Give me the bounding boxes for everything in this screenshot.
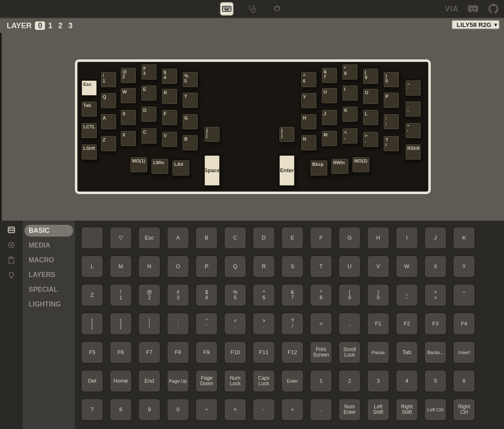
keycode-button[interactable]: F12: [281, 341, 304, 364]
preview-key[interactable]: }]: [279, 126, 295, 143]
keycode-button[interactable]: M: [109, 255, 132, 278]
keycode-button[interactable]: P: [195, 255, 218, 278]
keycode-button[interactable]: ?/: [281, 312, 304, 335]
keycode-button[interactable]: F1: [367, 312, 390, 335]
preview-key[interactable]: #3: [141, 64, 157, 80]
keycode-button[interactable]: PageDown: [195, 370, 218, 392]
preview-key[interactable]: Esc: [81, 80, 98, 96]
layer-button-3[interactable]: 3: [65, 21, 75, 30]
keycode-button[interactable]: Enter: [281, 370, 304, 392]
preview-key[interactable]: H: [300, 113, 317, 130]
preview-key[interactable]: I: [342, 85, 358, 101]
keycode-button[interactable]: 6: [453, 370, 475, 392]
keycode-button[interactable]: 3: [367, 370, 390, 392]
keycode-button[interactable]: Backs...: [424, 341, 447, 364]
keycode-button[interactable]: PrintScreen: [310, 341, 332, 364]
preview-key[interactable]: E: [141, 85, 157, 101]
category-special[interactable]: SPECIAL: [24, 284, 73, 296]
keycode-button[interactable]: <,: [224, 312, 247, 335]
keycode-button[interactable]: ▽: [109, 226, 132, 249]
keycode-button[interactable]: +=: [424, 284, 447, 306]
keycode-button[interactable]: End: [138, 370, 161, 392]
keycode-button[interactable]: Page Up: [167, 370, 189, 392]
keycode-button[interactable]: !1: [109, 284, 132, 306]
keycode-button[interactable]: K: [453, 226, 475, 249]
configure-tab[interactable]: [220, 2, 233, 16]
preview-key[interactable]: &7: [321, 67, 338, 84]
preview-key[interactable]: T: [182, 92, 199, 109]
keycode-button[interactable]: ,: [338, 312, 361, 335]
keycode-button[interactable]: CapsLock: [252, 370, 275, 392]
keycode-button[interactable]: Insert: [453, 341, 475, 364]
keycode-button[interactable]: F6: [109, 341, 132, 364]
keymap-icon[interactable]: [7, 226, 16, 234]
keycode-button[interactable]: F3: [424, 312, 447, 335]
preview-key[interactable]: Enter: [279, 155, 295, 187]
keycode-button[interactable]: _-: [395, 284, 418, 306]
preview-key[interactable]: V: [161, 131, 178, 148]
layer-button-1[interactable]: 1: [45, 21, 55, 30]
preview-key[interactable]: !1: [100, 71, 117, 88]
keycode-button[interactable]: |\: [138, 312, 161, 335]
preview-key[interactable]: F: [161, 109, 178, 126]
keycode-button[interactable]: %5: [224, 284, 247, 306]
preview-key[interactable]: ~`: [405, 80, 422, 96]
preview-key[interactable]: "': [405, 122, 422, 139]
preview-key[interactable]: A: [100, 113, 117, 130]
keycode-button[interactable]: {[: [81, 312, 103, 335]
preview-key[interactable]: ^6: [300, 71, 317, 88]
keycode-button[interactable]: F8: [167, 341, 189, 364]
keycode-button[interactable]: (9: [338, 284, 361, 306]
preview-key[interactable]: $4: [161, 68, 178, 85]
preview-key[interactable]: R: [161, 88, 178, 105]
preview-key[interactable]: S: [120, 109, 137, 126]
keycode-button[interactable]: LeftShift: [367, 398, 390, 421]
keycode-button[interactable]: R: [252, 255, 275, 278]
keycode-button[interactable]: [81, 226, 103, 249]
keycode-button[interactable]: >.: [252, 312, 275, 335]
keycode-button[interactable]: F2: [395, 312, 418, 335]
keycode-button[interactable]: V: [367, 255, 390, 278]
preview-key[interactable]: Space: [204, 155, 220, 187]
preview-key[interactable]: (9: [362, 68, 379, 85]
preview-key[interactable]: ?/: [383, 135, 400, 152]
preview-key[interactable]: U: [321, 87, 338, 104]
keycode-button[interactable]: Q: [224, 255, 247, 278]
keycode-button[interactable]: Left Ctrl: [424, 398, 447, 421]
test-tab[interactable]: [245, 2, 259, 16]
keycode-button[interactable]: G: [338, 226, 361, 249]
keycode-button[interactable]: O: [167, 255, 189, 278]
keycode-button[interactable]: Home: [109, 370, 132, 392]
keycode-button[interactable]: 8: [109, 398, 132, 421]
keycode-button[interactable]: 0: [167, 398, 189, 421]
lightbulb-icon[interactable]: [7, 271, 16, 280]
preview-key[interactable]: )0: [383, 71, 400, 88]
keycode-button[interactable]: F9: [195, 341, 218, 364]
keycode-button[interactable]: Pause: [367, 341, 390, 364]
preview-key[interactable]: <,: [342, 128, 358, 144]
preview-key[interactable]: L: [362, 109, 379, 126]
settings-tab[interactable]: [271, 2, 284, 16]
keycode-button[interactable]: =: [310, 312, 332, 335]
keycode-button[interactable]: ScrollLock: [338, 341, 361, 364]
preview-key[interactable]: {[: [204, 126, 220, 143]
preview-key[interactable]: >.: [362, 131, 379, 148]
preview-key[interactable]: *8: [342, 64, 358, 80]
preview-key[interactable]: N: [300, 134, 317, 151]
preview-key[interactable]: Tab: [81, 101, 98, 117]
keycode-button[interactable]: F: [310, 226, 332, 249]
keycode-button[interactable]: Tab: [395, 341, 418, 364]
keycode-button[interactable]: E: [281, 226, 304, 249]
keycode-button[interactable]: Z: [81, 284, 103, 306]
category-layers[interactable]: LAYERS: [24, 269, 73, 281]
preview-key[interactable]: C: [141, 128, 157, 144]
preview-key[interactable]: Bksp: [310, 160, 328, 176]
keycode-button[interactable]: NumLock: [224, 370, 247, 392]
keycode-button[interactable]: Esc: [138, 226, 161, 249]
keycode-button[interactable]: H: [367, 226, 390, 249]
keycode-button[interactable]: 5: [424, 370, 447, 392]
keycode-button[interactable]: C: [224, 226, 247, 249]
preview-key[interactable]: J: [321, 109, 338, 126]
keycode-button[interactable]: 1: [310, 370, 332, 392]
keycode-button[interactable]: L: [81, 255, 103, 278]
